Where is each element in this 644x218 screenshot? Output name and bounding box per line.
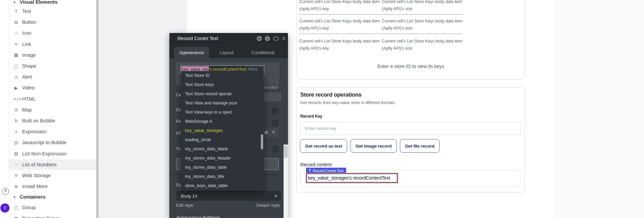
- dropdown-option[interactable]: my_stores_data_blank: [181, 145, 264, 154]
- expression-autocomplete-dropdown: Text Store ID Text Store keys Text Store…: [181, 71, 264, 190]
- style-dropdown-value: Body 14: [181, 194, 197, 199]
- sidebar-item-group[interactable]: ▢ Group: [9, 202, 96, 213]
- sidebar-item-label: Video: [22, 85, 35, 90]
- checkbox[interactable]: [272, 108, 278, 114]
- sidebar-item-install-more[interactable]: ⊕ Install More: [9, 181, 96, 192]
- selected-element-name: Record Contet Text: [313, 169, 343, 173]
- sidebar-item-button[interactable]: ⊞ Button: [9, 17, 96, 28]
- play-icon[interactable]: ▶: [257, 36, 262, 41]
- dropdown-option-highlighted[interactable]: key_value_storages: [181, 126, 264, 135]
- dropdown-option[interactable]: loading_circle: [181, 135, 264, 145]
- edit-style-link[interactable]: Edit style: [176, 203, 193, 208]
- sidebar-item-repeating-group[interactable]: ▦ Repeating Group: [9, 213, 96, 218]
- size-cell[interactable]: Current cell's List Store Keys body data…: [382, 38, 463, 52]
- sidebar-item-alert[interactable]: ⚠ Alert: [9, 71, 96, 82]
- panel-header-icons: ▶ i ×: [257, 33, 286, 44]
- sidebar-item-link[interactable]: ∞ Link: [9, 39, 96, 50]
- panel-scrollbar[interactable]: [284, 145, 288, 218]
- dropdown-option[interactable]: my_stores_data_header: [181, 154, 264, 163]
- comment-icon[interactable]: [273, 36, 279, 41]
- shape-icon: □: [13, 64, 19, 69]
- sidebar-item-expression[interactable]: + Expression: [9, 126, 96, 137]
- sidebar-item-label: List Item Expression: [22, 151, 67, 156]
- avatar[interactable]: I: [0, 203, 10, 213]
- panel-scrollbar-thumb[interactable]: [284, 145, 288, 158]
- get-record-as-text-button[interactable]: Get record as text: [300, 139, 347, 153]
- detach-style-link[interactable]: Detach style: [256, 203, 280, 208]
- operations-button-row: Get record as text Get image record Get …: [300, 139, 440, 153]
- dropdown-option[interactable]: Text Store record operati: [181, 89, 264, 99]
- style-dropdown[interactable]: Body 14 ▼: [176, 191, 281, 201]
- info-icon[interactable]: i: [265, 36, 270, 41]
- dropdown-option[interactable]: WebStorage A: [181, 117, 264, 126]
- sidebar-item-label: Image: [22, 52, 36, 58]
- dropdown-option[interactable]: my_stores_data_table: [181, 163, 264, 172]
- dropdown-option[interactable]: my_stores_data_title: [181, 172, 264, 181]
- size-cell[interactable]: Current cell's List Store Keys body data…: [382, 18, 463, 32]
- sidebar-item-image[interactable]: ▦ Image: [9, 50, 96, 61]
- sidebar-item-label: Button: [22, 19, 36, 25]
- sidebar-item-list-item-expression[interactable]: ▤ List Item Expression: [9, 148, 96, 159]
- get-file-record-button[interactable]: Get file record: [400, 139, 440, 153]
- dropdown-option[interactable]: Text Store ID: [181, 71, 264, 80]
- key-cell[interactable]: Current cell's List Store Keys body data…: [299, 18, 380, 32]
- sidebar-item-shape[interactable]: □ Shape: [9, 61, 96, 71]
- left-gutter: ? I: [0, 0, 9, 218]
- record-key-input[interactable]: [300, 122, 521, 135]
- dropdown-option[interactable]: Text View and manage your: [181, 99, 264, 108]
- dropdown-option[interactable]: Text View keys in a speci: [181, 108, 264, 117]
- store-keys-card[interactable]: Current cell's List Store Keys body data…: [296, 0, 525, 80]
- sidebar-item-label: Link: [22, 41, 31, 47]
- dropdown-option[interactable]: Text Store keys: [181, 80, 264, 89]
- sidebar-item-list-of-numbers[interactable]: ⋯ List of Numbers: [9, 159, 96, 170]
- row-divider: [299, 14, 462, 15]
- checkbox[interactable]: [273, 146, 279, 152]
- video-icon: ▶: [13, 85, 19, 90]
- get-image-record-button[interactable]: Get image record: [350, 139, 396, 153]
- sidebar-item-html[interactable]: </> HTML: [9, 94, 96, 104]
- store-record-operations-card[interactable]: Store record operations Get records from…: [296, 87, 525, 192]
- checkbox[interactable]: [272, 120, 278, 126]
- sidebar-item-javascript-to-bubble[interactable]: JS Javascript to Bubble: [9, 137, 96, 148]
- tab-layout[interactable]: Layout: [209, 47, 244, 58]
- sidebar-item-map[interactable]: ◎ Map: [9, 104, 96, 115]
- sidebar-item-label: Text: [22, 9, 31, 14]
- occluded-label: Re: [176, 119, 181, 124]
- sidebar-item-label: Javascript to Bubble: [22, 140, 67, 145]
- sidebar-item-label: Install More: [22, 184, 48, 189]
- star-icon: ☆: [13, 31, 19, 36]
- selected-element-badge[interactable]: T Record Contet Text: [306, 168, 346, 173]
- dropdown-option[interactable]: store_keys_data_table: [181, 181, 264, 190]
- sidebar-scrollbar[interactable]: [96, 0, 99, 218]
- selected-text-element[interactable]: key_value_storages's recordContentText: [306, 173, 397, 183]
- sidebar-item-text[interactable]: T Text: [9, 6, 96, 17]
- sidebar-item-built-on-bubble[interactable]: b Built on Bubble: [9, 115, 96, 126]
- tab-conditional[interactable]: Conditional: [244, 47, 282, 58]
- help-icon[interactable]: ?: [2, 188, 9, 195]
- occluded-label: Do: [176, 107, 181, 112]
- sidebar-item-video[interactable]: ▶ Video: [9, 82, 96, 93]
- section-label: Containers: [20, 194, 46, 200]
- tab-appearance[interactable]: Appearance: [174, 47, 209, 58]
- text-icon: T: [13, 9, 19, 14]
- card-subtitle: Get records from key-value store in diff…: [300, 100, 396, 105]
- storage-icon: ≡: [13, 173, 19, 178]
- panel-header[interactable]: Record Contet Text ▶ i ×: [169, 33, 288, 44]
- link-icon: ∞: [13, 41, 19, 47]
- appearance-settings-heading: Appearance Settings: [176, 215, 220, 218]
- section-header-containers[interactable]: ▾ Containers: [9, 192, 96, 202]
- sidebar-item-label: Repeating Group: [22, 216, 60, 218]
- close-icon[interactable]: ×: [282, 36, 286, 41]
- record-key-label: Record Key: [300, 114, 322, 119]
- html-icon: </>: [13, 96, 19, 101]
- sidebar-item-web-storage[interactable]: ≡ Web Storage: [9, 170, 96, 181]
- size-cell[interactable]: Current cell's List Store Keys body data…: [382, 0, 463, 13]
- key-cell[interactable]: Current cell's List Store Keys body data…: [299, 38, 380, 52]
- image-icon: ▦: [13, 52, 19, 57]
- dropdown-scrollbar-thumb[interactable]: [261, 134, 263, 149]
- plus-icon: +: [13, 129, 19, 134]
- key-cell[interactable]: Current cell's List Store Keys body data…: [299, 0, 380, 13]
- sidebar-item-icon[interactable]: ☆ Icon: [9, 28, 96, 38]
- ellipsis-icon: ⋯: [13, 162, 19, 167]
- rich-text-editor-link[interactable]: xt editor: [264, 85, 278, 90]
